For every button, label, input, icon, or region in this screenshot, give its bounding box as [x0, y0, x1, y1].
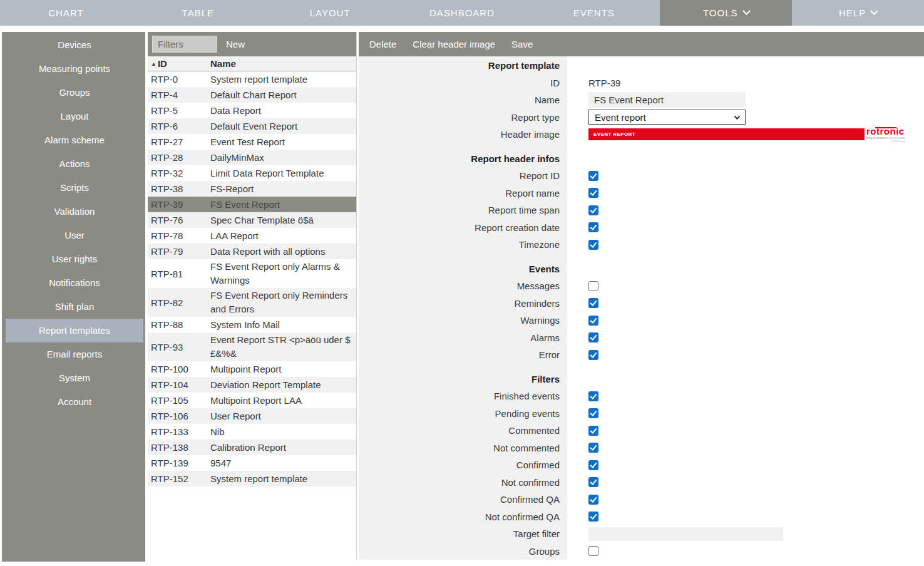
sidebar-item-groups[interactable]: Groups	[6, 81, 143, 105]
form-row-not-confirmed-qa: Not confirmed QA	[359, 508, 924, 526]
nav-item-help[interactable]: HELP	[792, 0, 924, 26]
field-value-not-confirmed-qa	[567, 512, 924, 522]
field-label-timezone: Timezone	[359, 239, 567, 250]
rotronic-logo-tagline: a PST brand	[866, 140, 905, 143]
table-row[interactable]: RTP-39FS Event Report	[148, 197, 356, 212]
table-row[interactable]: RTP-38FS-Report	[148, 181, 356, 197]
nav-item-dashboard[interactable]: DASHBOARD	[396, 0, 528, 26]
report-time-span-checkbox[interactable]	[588, 205, 598, 215]
table-row[interactable]: RTP-100Multipoint Report	[148, 361, 356, 377]
confirmed-checkbox[interactable]	[588, 460, 598, 470]
table-row[interactable]: RTP-152System report template	[148, 471, 356, 486]
report-type-select[interactable]: Event report	[588, 110, 746, 125]
template-form: Report templateIDRTP-39NameReport typeEv…	[359, 56, 924, 560]
cell-name: FS Event Report only Reminders and Error…	[210, 288, 356, 317]
cell-name: Limit Data Report Template	[210, 166, 356, 181]
report-id-checkbox[interactable]	[588, 171, 598, 181]
save-button[interactable]: Save	[511, 39, 533, 49]
clear-header-image-button[interactable]: Clear header image	[413, 39, 495, 49]
sidebar-item-measuring-points[interactable]: Measuring points	[6, 57, 143, 81]
report-name-checkbox[interactable]	[588, 188, 598, 198]
field-value-not-commented	[567, 443, 924, 453]
sidebar-item-shift-plan[interactable]: Shift plan	[6, 295, 143, 319]
field-label-id: ID	[359, 78, 567, 88]
alarms-checkbox[interactable]	[588, 332, 598, 342]
table-row[interactable]: RTP-28DailyMinMax	[148, 150, 356, 165]
table-row[interactable]: RTP-6Default Event Report	[148, 118, 356, 134]
table-row[interactable]: RTP-105Multipoint Report LAA	[148, 393, 356, 408]
not-commented-checkbox[interactable]	[588, 443, 598, 453]
table-row[interactable]: RTP-106User Report	[148, 408, 356, 424]
section-header-filters: Filters	[359, 374, 567, 384]
report-creation-date-checkbox[interactable]	[588, 222, 598, 232]
nav-item-tools[interactable]: TOOLS	[660, 0, 792, 26]
column-header-name[interactable]: Name	[210, 58, 356, 69]
cell-id: RTP-6	[148, 121, 210, 131]
table-row[interactable]: RTP-76Spec Char Template ö$ä	[148, 212, 356, 228]
sidebar-item-email-reports[interactable]: Email reports	[6, 342, 143, 366]
nav-item-layout[interactable]: LAYOUT	[264, 0, 396, 26]
reminders-checkbox[interactable]	[588, 298, 598, 308]
sidebar-item-system[interactable]: System	[6, 366, 143, 390]
field-value-confirmed-qa	[567, 495, 924, 505]
table-row[interactable]: RTP-1399547	[148, 455, 356, 471]
not-confirmed-qa-checkbox[interactable]	[588, 512, 598, 522]
sidebar-item-notifications[interactable]: Notifications	[6, 271, 143, 295]
confirmed-qa-checkbox[interactable]	[588, 495, 598, 505]
sidebar-item-alarm-scheme[interactable]: Alarm scheme	[6, 128, 143, 152]
cell-id: RTP-32	[148, 168, 210, 178]
error-checkbox[interactable]	[588, 350, 598, 360]
pending-events-checkbox[interactable]	[588, 408, 598, 418]
sidebar-item-validation[interactable]: Validation	[6, 200, 143, 224]
cell-id: RTP-79	[148, 246, 210, 257]
form-row-alarms: Alarms	[359, 329, 924, 347]
table-row[interactable]: RTP-4Default Chart Report	[148, 87, 356, 103]
field-label-error: Error	[359, 349, 567, 360]
table-row[interactable]: RTP-138Calibration Report	[148, 440, 356, 455]
target-filter-input[interactable]	[588, 527, 783, 541]
table-row[interactable]: RTP-5Data Report	[148, 103, 356, 118]
nav-item-table[interactable]: TABLE	[132, 0, 264, 26]
finished-events-checkbox[interactable]	[588, 391, 598, 401]
timezone-checkbox[interactable]	[588, 240, 598, 250]
nav-item-chart[interactable]: CHART	[0, 0, 132, 26]
sidebar-item-scripts[interactable]: Scripts	[6, 176, 143, 200]
table-row[interactable]: RTP-79Data Report with all options	[148, 244, 356, 259]
form-row-finished-events: Finished events	[359, 388, 924, 405]
warnings-checkbox[interactable]	[588, 316, 598, 326]
cell-id: RTP-0	[148, 74, 210, 85]
groups-checkbox[interactable]	[588, 546, 598, 556]
field-label-commented: Commented	[359, 425, 567, 436]
column-header-id[interactable]: ▲ ID	[148, 58, 210, 69]
nav-item-events[interactable]: EVENTS	[528, 0, 660, 26]
table-row[interactable]: RTP-104Deviation Report Template	[148, 377, 356, 393]
sidebar-item-layout[interactable]: Layout	[6, 105, 143, 128]
name-input[interactable]	[588, 92, 746, 108]
delete-button[interactable]: Delete	[369, 39, 396, 49]
table-row[interactable]: RTP-0System report template	[148, 71, 356, 87]
sidebar-item-user[interactable]: User	[6, 224, 143, 247]
table-row[interactable]: RTP-82FS Event Report only Reminders and…	[148, 288, 356, 317]
table-row[interactable]: RTP-27Event Test Report	[148, 134, 356, 150]
sidebar-item-devices[interactable]: Devices	[6, 33, 143, 57]
commented-checkbox[interactable]	[588, 426, 598, 436]
sort-ascending-icon: ▲	[151, 61, 157, 67]
messages-checkbox[interactable]	[588, 281, 598, 291]
filter-input[interactable]	[152, 36, 217, 53]
sidebar-item-report-templates[interactable]: Report templates	[6, 319, 143, 342]
table-row[interactable]: RTP-78LAA Report	[148, 228, 356, 244]
sidebar-item-user-rights[interactable]: User rights	[6, 247, 143, 271]
sidebar-item-account[interactable]: Account	[6, 390, 143, 414]
sidebar-item-actions[interactable]: Actions	[6, 152, 143, 176]
table-row[interactable]: RTP-133Nib	[148, 424, 356, 440]
cell-name: LAA Report	[210, 229, 356, 244]
new-button[interactable]: New	[226, 39, 245, 49]
top-nav: CHARTTABLELAYOUTDASHBOARDEVENTSTOOLSHELP	[0, 0, 924, 26]
table-row[interactable]: RTP-32Limit Data Report Template	[148, 165, 356, 181]
table-row[interactable]: RTP-93Event Report STR <p>äöü uder $£&%&	[148, 332, 356, 361]
form-row-report-creation-date: Report creation date	[359, 219, 924, 237]
cell-id: RTP-88	[148, 319, 210, 330]
table-row[interactable]: RTP-81FS Event Report only Alarms & Warn…	[148, 259, 356, 288]
not-confirmed-checkbox[interactable]	[588, 477, 598, 487]
table-row[interactable]: RTP-88System Info Mail	[148, 317, 356, 332]
